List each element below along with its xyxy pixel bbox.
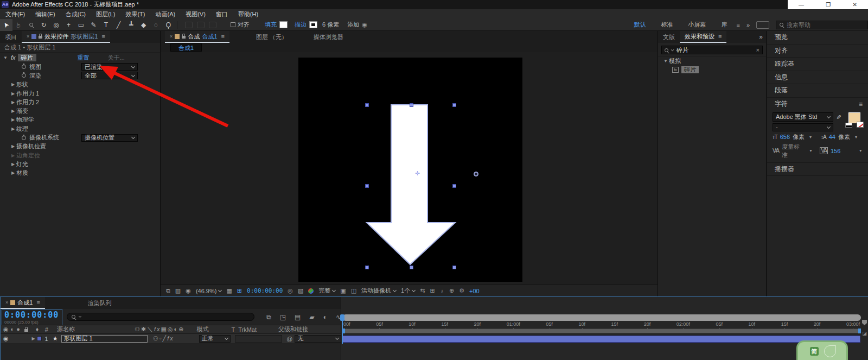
menu-item[interactable]: 编辑(E) [35,10,55,18]
workspace-switcher-icon[interactable] [756,21,769,29]
disclosure-triangle[interactable]: ▶ [10,117,16,122]
layer-row[interactable]: ◉ ▶ 1 ★ 形状图层 1 ⚇◦╱fx 正常 @ 无 [1,334,341,344]
layer-disclosure-triangle[interactable]: ▶ [30,336,37,341]
panel-menu-icon[interactable]: ≡ [718,33,722,40]
clone-stamp-tool[interactable]: ┻ [125,19,137,31]
disclosure-triangle[interactable]: ▶ [10,144,16,149]
resolution-dropdown[interactable]: 完整 [318,287,335,295]
panel-header-跟踪器[interactable]: 跟踪器 [767,58,868,71]
composition-viewport[interactable]: ✛ [298,58,522,282]
timecode-display[interactable]: 0:00:00:00 [4,310,59,320]
font-size-dropdown-icon[interactable]: ▾ [807,135,814,140]
motion-blur-icon[interactable]: ◐ [323,313,327,321]
exposure-value[interactable]: +00 [469,288,480,294]
disclosure-triangle[interactable]: ▼ [2,55,9,60]
composition-sub-tab[interactable]: 合成1 [170,43,202,52]
checkbox-icon[interactable] [231,22,235,27]
ruler-icon[interactable]: ⊞ [237,287,242,294]
clear-search-icon[interactable]: × [756,47,760,53]
panel-menu-icon[interactable]: ≡ [101,33,105,40]
effect-row[interactable]: 视图已渲染 [0,62,160,71]
rotation-tool[interactable]: ↻ [37,19,50,31]
menu-item[interactable]: 图层(L) [96,10,115,18]
panel-menu-icon[interactable]: ≡ [221,33,224,40]
property-dropdown[interactable]: 摄像机位置 [81,134,138,142]
effect-item-label[interactable]: 碎片 [681,66,699,73]
pen-tool[interactable]: ✎ [87,19,100,31]
disclosure-triangle[interactable]: ▶ [10,162,16,167]
effect-row[interactable]: ▶纹理 [0,124,160,133]
tab-effects-presets[interactable]: 效果和预设 ≡ [680,31,726,43]
effect-row[interactable]: ▶形状 [0,80,160,89]
stroke-swatch[interactable] [309,21,317,28]
selection-handle[interactable] [452,184,456,188]
effect-name-chip[interactable]: 碎片 [18,54,36,61]
leading-dropdown-icon[interactable]: ▾ [853,135,859,140]
add-options-icon[interactable]: ◉ [362,21,367,28]
region-of-interest-icon[interactable]: ▣ [340,287,346,294]
leading-value[interactable]: 44 [829,134,835,140]
font-size-value[interactable]: 656 [780,134,790,140]
channel-settings-icon[interactable]: ▥ [175,287,181,294]
snapshot-icon[interactable]: ◉ [186,287,191,294]
collapse-panels-icon[interactable]: » [759,33,763,41]
effects-search-input[interactable] [676,47,742,53]
fill-swatch[interactable] [279,21,288,28]
disclosure-triangle[interactable]: ▶ [10,109,16,113]
rectangle-tool[interactable]: ▭ [75,19,87,31]
view-layout-dropdown[interactable]: 1个 [401,287,415,295]
arrow-shape-layer[interactable] [298,58,522,282]
mode-column[interactable]: 模式 [196,325,208,333]
current-time-field[interactable]: 0:00:00:00 00000 (25.00 fps) [2,309,62,325]
layer-switches-icons[interactable]: ⚇◦╱fx [153,335,174,342]
camera-dropdown[interactable]: 活动摄像机 [361,287,396,295]
show-channels-icon[interactable] [308,288,314,294]
tracking-dropdown-icon[interactable]: ▾ [857,148,864,153]
tab-left-panel[interactable]: 文版 [658,31,680,43]
selection-handle[interactable] [365,103,369,107]
time-ruler[interactable]: 00f05f10f15f20f01:00f05f10f15f20f02:00f0… [342,321,861,329]
disclosure-triangle[interactable]: ▶ [10,100,16,105]
selection-handle[interactable] [410,103,413,107]
disclosure-triangle[interactable]: ▶ [10,91,16,96]
effect-row[interactable]: ▶材质 [0,169,160,178]
kerning-dropdown-icon[interactable]: ▾ [808,148,814,153]
timeline-button-icon[interactable]: ♁ [440,288,444,294]
workspace-overflow[interactable]: » [740,22,756,28]
property-dropdown[interactable]: 全部 [81,72,138,79]
panel-header-wiggler[interactable]: 摇摆器 [767,163,868,176]
effect-control-point[interactable] [474,172,478,176]
close-tab-icon[interactable]: × [27,34,29,39]
menu-item[interactable]: 动画(A) [156,10,176,18]
tab-timeline-comp[interactable]: × 合成1 ≡ [1,297,45,309]
menu-item[interactable]: 合成(C) [66,10,86,18]
stopwatch-icon[interactable] [22,136,26,140]
panel-menu-icon[interactable]: ≡ [36,299,40,306]
effect-row[interactable]: 摄像机系统摄像机位置 [0,133,160,142]
no-stroke-color-swatch[interactable] [857,122,864,128]
lock-icon[interactable] [182,36,186,39]
panel-header-对齐[interactable]: 对齐 [767,45,868,58]
selection-handle[interactable] [365,266,369,269]
eyedropper-icon[interactable]: ✎ [835,114,842,119]
workspace-小屏幕[interactable]: 小屏幕 [680,21,713,29]
selection-handle[interactable] [365,184,369,188]
disclosure-triangle[interactable]: ▶ [10,170,16,175]
roto-brush-tool[interactable]: ◌ [150,19,162,31]
property-dropdown[interactable]: 已渲染 [81,63,138,71]
tab-render-queue[interactable]: 渲染队列 [83,297,117,309]
snap-align-toggle[interactable]: 对齐 [231,21,250,29]
current-time-display[interactable]: 0:00:00:00 [247,287,283,294]
layer-name-field[interactable]: 形状图层 1 [61,335,148,343]
disclosure-triangle[interactable]: ▶ [10,82,16,87]
parent-link-column[interactable]: 父级和链接 [278,325,308,333]
snapshot-camera-icon[interactable]: ◎ [288,287,293,294]
composition-mini-flowchart-icon[interactable]: ⧉ [266,313,271,321]
default-fill-stroke-icon[interactable] [845,123,852,128]
type-tool[interactable]: T [100,19,112,31]
help-search-input[interactable] [787,22,852,28]
trkmat-column[interactable]: TrkMat [238,326,257,333]
tracking-value[interactable]: 156 [831,148,840,154]
grid-guides-icon[interactable]: ▦ [226,287,232,294]
blend-mode-dropdown[interactable]: 正常 [199,335,231,343]
